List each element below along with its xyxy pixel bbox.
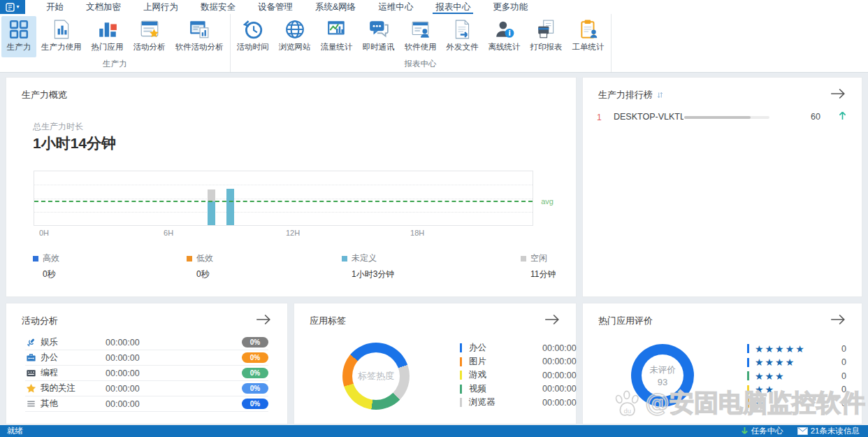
rating-row-2-stars: ★★0 bbox=[747, 383, 775, 396]
tag-time: 00:00:00 bbox=[542, 371, 577, 380]
activity-percent-badge: 0% bbox=[242, 368, 268, 378]
chart-x-tick: 18H bbox=[410, 229, 424, 237]
panel-title: 活动分析 bbox=[22, 315, 58, 327]
menu-bar: ▾ 开始文档加密上网行为数据安全设备管理系统&网络运维中心报表中心更多功能 bbox=[0, 0, 868, 14]
menu-tab-更多功能[interactable]: 更多功能 bbox=[482, 0, 539, 14]
ribbon-button-外发文件[interactable]: 外发文件 bbox=[442, 16, 484, 57]
microphone-icon bbox=[25, 337, 36, 348]
activity-row-我的关注[interactable]: 我的关注00:00:000% bbox=[25, 381, 268, 396]
activity-label: 我的关注 bbox=[41, 382, 100, 394]
legend-label: 未定义 bbox=[352, 252, 377, 264]
legend-label: 低效 bbox=[196, 252, 213, 264]
ribbon-button-浏览网站[interactable]: 浏览网站 bbox=[274, 16, 316, 57]
open-ranking-report-button[interactable] bbox=[830, 87, 846, 100]
ribbon-button-热门应用[interactable]: 热门应用 bbox=[87, 16, 129, 57]
app-menu-button[interactable]: ▾ bbox=[0, 0, 25, 14]
panel-hot-app-rating: 热门应用评价 未评价 93 ★★★★★0★★★★0★★★0★★0★0 bbox=[582, 303, 862, 424]
ribbon-button-生产力使用[interactable]: 生产力使用 bbox=[36, 16, 87, 57]
legend-item-未定义: 未定义1小时3分钟 bbox=[342, 252, 394, 280]
activity-label: 其他 bbox=[41, 398, 100, 410]
window-chart-icon bbox=[189, 19, 210, 40]
tag-color-swatch bbox=[460, 398, 462, 407]
activity-row-办公[interactable]: 办公00:00:000% bbox=[25, 350, 268, 366]
menu-tab-数据安全[interactable]: 数据安全 bbox=[189, 0, 247, 14]
ribbon-group-label: 生产力 bbox=[1, 57, 229, 72]
menu-tab-上网行为[interactable]: 上网行为 bbox=[132, 0, 189, 14]
sort-icon[interactable] bbox=[657, 91, 663, 99]
menu-tab-系统&网络[interactable]: 系统&网络 bbox=[304, 0, 367, 14]
ribbon-group-生产力: 生产力生产力使用热门应用活动分析软件活动分析生产力 bbox=[0, 14, 231, 72]
legend-value: 1小时3分钟 bbox=[352, 268, 394, 280]
chart-bar-segment-空闲 bbox=[208, 189, 215, 201]
arrow-right-icon bbox=[544, 313, 560, 326]
menu-tab-设备管理[interactable]: 设备管理 bbox=[247, 0, 304, 14]
menu-tab-运维中心[interactable]: 运维中心 bbox=[367, 0, 424, 14]
ribbon-button-软件使用[interactable]: 软件使用 bbox=[400, 16, 442, 57]
tag-legend-row-浏览器: 浏览器00:00:00 bbox=[460, 396, 511, 409]
rating-row-3-stars: ★★★0 bbox=[747, 369, 786, 382]
activity-row-其他[interactable]: 其他00:00:000% bbox=[25, 396, 268, 412]
ribbon-group-buttons: 生产力生产力使用热门应用活动分析软件活动分析 bbox=[1, 14, 229, 57]
activity-percent-badge: 0% bbox=[242, 383, 268, 394]
ribbon-button-label: 流量统计 bbox=[321, 42, 353, 52]
ribbon-button-label: 工单统计 bbox=[572, 42, 605, 52]
legend-color-swatch bbox=[187, 256, 192, 262]
panel-productivity-ranking: 生产力排行榜 1DESKTOP-VLKTL...60 bbox=[582, 77, 862, 297]
activity-time: 00:00:00 bbox=[106, 353, 140, 363]
ribbon-button-打印报表[interactable]: 打印报表 bbox=[526, 16, 567, 57]
tag-legend-row-游戏: 游戏00:00:00 bbox=[460, 368, 511, 382]
unrated-donut-chart: 未评价 93 bbox=[631, 344, 694, 407]
globe-icon bbox=[284, 19, 305, 40]
rating-color-swatch bbox=[747, 344, 749, 353]
unread-messages-button[interactable]: 21条未读信息 bbox=[797, 426, 860, 436]
activity-row-编程[interactable]: 编程00:00:000% bbox=[25, 366, 268, 381]
menu-tab-开始[interactable]: 开始 bbox=[35, 0, 75, 14]
open-rating-report-button[interactable] bbox=[830, 313, 846, 326]
chart-average-label: avg bbox=[541, 197, 554, 206]
hot-apps-icon bbox=[97, 19, 118, 40]
ribbon-button-活动分析[interactable]: 活动分析 bbox=[129, 16, 171, 57]
menu-tab-文档加密[interactable]: 文档加密 bbox=[75, 0, 132, 14]
chart-gridline bbox=[34, 199, 533, 199]
app-window: ▾ 开始文档加密上网行为数据安全设备管理系统&网络运维中心报表中心更多功能 生产… bbox=[0, 0, 868, 437]
tag-label: 图片 bbox=[469, 356, 511, 368]
chart-x-axis: 0H6H12H18H bbox=[34, 229, 533, 238]
user-info-icon: i bbox=[494, 19, 515, 40]
ribbon-button-活动时间[interactable]: 活动时间 bbox=[232, 16, 274, 57]
total-productivity-label: 总生产力时长 bbox=[33, 121, 83, 133]
panel-title: 应用标签 bbox=[310, 315, 346, 327]
ribbon-button-离线统计[interactable]: i离线统计 bbox=[484, 16, 526, 57]
ribbon-button-软件活动分析[interactable]: 软件活动分析 bbox=[171, 16, 229, 57]
score-value: 60 bbox=[811, 112, 820, 122]
panel-title: 生产力排行榜 bbox=[598, 89, 663, 101]
keyboard-icon bbox=[25, 368, 36, 379]
ribbon-button-label: 热门应用 bbox=[92, 42, 124, 52]
svg-text:i: i bbox=[508, 29, 511, 38]
activity-row-娱乐[interactable]: 娱乐00:00:000% bbox=[25, 335, 268, 350]
ribbon-button-生产力[interactable]: 生产力 bbox=[1, 16, 36, 57]
task-center-button[interactable]: 任务中心 bbox=[741, 426, 783, 436]
activity-label: 编程 bbox=[41, 367, 100, 379]
rating-row-5-stars: ★★★★★0 bbox=[747, 342, 806, 355]
open-activity-report-button[interactable] bbox=[255, 313, 272, 326]
activity-label: 办公 bbox=[41, 352, 100, 364]
rating-count: 0 bbox=[841, 385, 846, 394]
status-ready-label: 就绪 bbox=[0, 426, 23, 436]
ranking-row[interactable]: 1DESKTOP-VLKTL...60 bbox=[583, 110, 862, 127]
arrow-right-icon bbox=[830, 313, 846, 326]
ribbon-button-即时通讯[interactable]: 即时通讯 bbox=[358, 16, 400, 57]
menu-tab-报表中心[interactable]: 报表中心 bbox=[424, 0, 482, 14]
ribbon-button-label: 活动分析 bbox=[133, 42, 166, 52]
tag-color-swatch bbox=[460, 357, 462, 366]
rating-stars: ★★ bbox=[755, 385, 775, 394]
tag-time: 00:00:00 bbox=[542, 384, 577, 394]
panel-title: 生产力概览 bbox=[22, 89, 67, 101]
ribbon-button-工单统计[interactable]: 工单统计 bbox=[567, 16, 609, 57]
ribbon-button-流量统计[interactable]: 流量统计 bbox=[316, 16, 358, 57]
open-tags-report-button[interactable] bbox=[544, 313, 560, 326]
menu-lines-icon bbox=[25, 399, 36, 410]
rating-count: 0 bbox=[841, 357, 846, 367]
score-progress-bar bbox=[684, 116, 769, 119]
doc-chart-icon bbox=[51, 19, 72, 40]
activity-time: 00:00:00 bbox=[106, 368, 140, 378]
